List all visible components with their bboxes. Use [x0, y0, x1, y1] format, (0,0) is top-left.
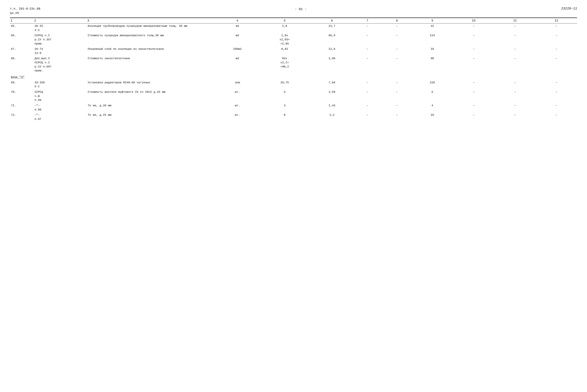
row-col11: –	[494, 80, 536, 90]
block-header-row: Блок "3"	[10, 74, 577, 80]
row-col5: 4	[258, 90, 311, 103]
col-header-4: 4	[217, 18, 258, 24]
row-desc: Стоимость вентиля муфтового I5 кч I8пI д…	[87, 90, 217, 103]
row-col6: I,2	[311, 112, 353, 122]
table-row: 68.Доп.вып.IССРСЦ ч.Iр.IУ п.697прим.Стои…	[10, 56, 577, 74]
row-col5: 29,75	[258, 80, 311, 90]
row-col6: 7,66	[311, 80, 353, 90]
header-ref-line2: Ал.УП	[10, 11, 40, 16]
row-col5: 0,82	[258, 46, 311, 56]
row-col10: –	[453, 46, 494, 56]
row-col11: –	[494, 24, 536, 33]
row-col9: 98	[412, 56, 453, 74]
row-col8: –	[382, 90, 412, 103]
row-col6: I,43	[311, 103, 353, 112]
row-desc: Стоимость пухшнура минераловатного толщ.…	[87, 33, 217, 46]
row-col11: –	[494, 33, 536, 46]
row-col6: I2,6	[311, 46, 353, 56]
row-code: ССРСЦ ч.Iр.IУ п.357прим.	[34, 33, 87, 46]
row-col9: IO	[412, 46, 453, 56]
row-num: 66.	[10, 33, 34, 46]
col-header-10: IO	[453, 18, 494, 24]
row-col8: –	[382, 103, 412, 112]
table-row: 7I.–"–п.98То же, д.20 ммшт.3I,43––4–––	[10, 103, 577, 112]
row-unit: экм	[217, 80, 258, 90]
row-col11: –	[494, 112, 536, 122]
row-col5: I,8xxI,03==I,85	[258, 33, 311, 46]
table-row: 69.I8-IO95-IУстановка радиаторов МI40-АО…	[10, 80, 577, 90]
col-header-8: 8	[382, 18, 412, 24]
row-num: 70.	[10, 90, 34, 103]
col-header-3: 3	[87, 18, 217, 24]
row-col11: –	[494, 46, 536, 56]
column-headers-row: I 2 3 4 5 6 7 8 9 IO II I2	[10, 18, 577, 24]
header-doc-number: 23226-11	[561, 6, 577, 10]
col-header-6: 6	[311, 18, 353, 24]
row-col8: –	[382, 112, 412, 122]
row-col8: –	[382, 80, 412, 90]
row-desc: Покровный слой по изоляции из лакостекло…	[87, 46, 217, 56]
row-col12: –	[536, 112, 577, 122]
row-num: 67.	[10, 46, 34, 56]
row-col9: I24	[412, 33, 453, 46]
col-header-11: II	[494, 18, 536, 24]
col-header-5: 5	[258, 18, 311, 24]
row-desc: То же, д.20 мм	[87, 103, 217, 112]
row-desc: Изоляция трубопроводов пухшнуром минерал…	[87, 24, 217, 33]
row-col6: I,59	[311, 90, 353, 103]
row-col5: 8	[258, 112, 311, 122]
row-col9: 6	[412, 90, 453, 103]
row-col11: –	[494, 90, 536, 103]
row-num: 65.	[10, 24, 34, 33]
row-col10: –	[453, 90, 494, 103]
row-col10: –	[453, 112, 494, 122]
row-col6: 22,7	[311, 24, 353, 33]
row-col12: –	[536, 46, 577, 56]
col-header-2: 2	[34, 18, 87, 24]
row-col9: 4I	[412, 24, 453, 33]
row-code: ССРСЦч.Шп.99	[34, 90, 87, 103]
row-col7: –	[353, 112, 382, 122]
header-ref-line1: т.п. 291-8-23с.88	[10, 6, 40, 11]
row-col7: –	[353, 80, 382, 90]
row-col5: I,8	[258, 24, 311, 33]
row-col12: –	[536, 90, 577, 103]
row-col9: IO	[412, 112, 453, 122]
row-col5: 82xxI,I==90,2	[258, 56, 311, 74]
row-num: 72.	[10, 112, 34, 122]
row-code: 26-73I3-9	[34, 46, 87, 56]
table-row: 72.–"–п.97То же, д.I5 ммшт.8I,2––IO–––	[10, 112, 577, 122]
table-row: 66.ССРСЦ ч.Iр.IУ п.357прим.Стоимость пух…	[10, 33, 577, 46]
row-unit: м3	[217, 33, 258, 46]
page-header: т.п. 291-8-23с.88 Ал.УП - 91 - 23226-11	[10, 6, 577, 16]
row-col10: –	[453, 24, 494, 33]
main-table: I 2 3 4 5 6 7 8 9 IO II I2 65.26-I54-2Из…	[10, 18, 577, 122]
row-col9: 4	[412, 103, 453, 112]
row-col10: –	[453, 56, 494, 74]
row-col6: I,09	[311, 56, 353, 74]
row-col8: –	[382, 24, 412, 33]
block-header-label: Блок "3"	[10, 74, 577, 80]
col-header-1: I	[10, 18, 34, 24]
row-col12: –	[536, 103, 577, 112]
col-header-7: 7	[353, 18, 382, 24]
row-col7: –	[353, 90, 382, 103]
header-left: т.п. 291-8-23с.88 Ал.УП	[10, 6, 40, 16]
row-code: –"–п.97	[34, 112, 87, 122]
row-col8: –	[382, 33, 412, 46]
row-col8: –	[382, 56, 412, 74]
row-desc: Стоимость лакостеклоткани	[87, 56, 217, 74]
table-row: 65.26-I54-2Изоляция трубопроводов пухшну…	[10, 24, 577, 33]
row-col10: –	[453, 80, 494, 90]
row-code: Доп.вып.IССРСЦ ч.Iр.IУ п.697прим.	[34, 56, 87, 74]
row-desc: Установка радиаторов МI40-АО чугунных	[87, 80, 217, 90]
row-col11: –	[494, 56, 536, 74]
row-desc: То же, д.I5 мм	[87, 112, 217, 122]
row-col5: 3	[258, 103, 311, 112]
row-code: –"–п.98	[34, 103, 87, 112]
row-unit: шт.	[217, 112, 258, 122]
row-col11: –	[494, 103, 536, 112]
row-col12: –	[536, 24, 577, 33]
row-col7: –	[353, 33, 382, 46]
row-col7: –	[353, 56, 382, 74]
